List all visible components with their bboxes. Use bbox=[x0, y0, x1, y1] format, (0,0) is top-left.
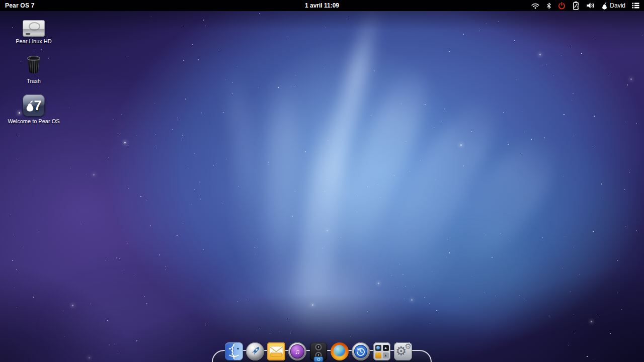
pear-seven-app-icon: 7 bbox=[23, 95, 45, 117]
music-note-icon: ♫ bbox=[288, 342, 306, 360]
dock-sessions[interactable] bbox=[309, 342, 328, 360]
dock-firefox[interactable] bbox=[331, 342, 349, 360]
envelope-icon bbox=[267, 342, 285, 360]
username: David bbox=[610, 2, 625, 9]
bluetooth-icon[interactable] bbox=[546, 2, 551, 10]
pear-finder-icon bbox=[225, 342, 243, 360]
volume-icon[interactable] bbox=[586, 2, 595, 9]
clock[interactable]: 1 avril 11:09 bbox=[305, 2, 339, 9]
firefox-globe-icon bbox=[331, 342, 349, 360]
desktop-icon-trash[interactable]: Trash bbox=[5, 55, 63, 84]
desktop-icon-label: Welcome to Pear OS bbox=[8, 118, 59, 124]
desktop-icon-pear-linux-hd[interactable]: Pear Linux HD bbox=[5, 20, 63, 44]
power-icon[interactable] bbox=[558, 2, 566, 10]
hard-drive-icon bbox=[23, 20, 45, 37]
dark-drive-knobs-icon bbox=[310, 342, 327, 360]
dock-applications[interactable]: ▲ ▲ bbox=[373, 342, 391, 360]
dock-system-settings[interactable]: ⚙ ⚙ bbox=[394, 342, 412, 360]
trash-can-icon bbox=[26, 55, 42, 76]
menu-bar: Pear OS 7 1 avril 11:09 bbox=[0, 0, 644, 11]
backup-clock-icon bbox=[352, 342, 370, 360]
desktop-screen: Pear OS 7 1 avril 11:09 bbox=[0, 0, 644, 362]
wifi-icon[interactable] bbox=[531, 3, 540, 9]
aurora-rays bbox=[0, 0, 644, 362]
battery-charging-icon[interactable] bbox=[572, 1, 580, 10]
sessions-badge bbox=[314, 357, 323, 361]
menu-list-icon[interactable] bbox=[632, 3, 639, 9]
rocket-icon bbox=[246, 342, 264, 360]
welcome-badge-seven: 7 bbox=[34, 98, 41, 114]
dock: ♫ bbox=[225, 342, 412, 360]
app-menu-title[interactable]: Pear OS 7 bbox=[5, 2, 35, 9]
user-menu[interactable]: David bbox=[602, 2, 625, 10]
status-tray: David bbox=[531, 1, 644, 10]
dock-music[interactable]: ♫ bbox=[288, 342, 306, 360]
desktop-icon-label: Pear Linux HD bbox=[16, 38, 52, 44]
desktop-icon-welcome[interactable]: 7 Welcome to Pear OS bbox=[5, 95, 63, 124]
pear-logo-icon bbox=[602, 2, 607, 10]
gears-icon: ⚙ ⚙ bbox=[394, 342, 412, 360]
dock-launchpad[interactable] bbox=[246, 342, 264, 360]
dock-mail[interactable] bbox=[267, 342, 285, 360]
desktop-icon-label: Trash bbox=[27, 78, 41, 84]
dock-time-machine[interactable] bbox=[352, 342, 370, 360]
apps-grid-icon: ▲ ▲ bbox=[373, 342, 390, 360]
dock-finder[interactable] bbox=[225, 342, 243, 360]
